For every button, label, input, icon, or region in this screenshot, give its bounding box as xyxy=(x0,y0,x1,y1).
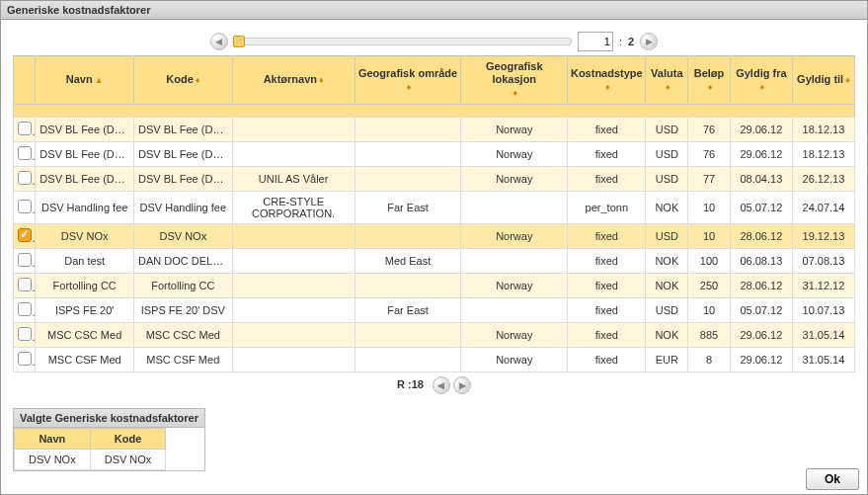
row-checkbox[interactable] xyxy=(18,352,32,366)
cell xyxy=(14,347,36,371)
col-gyldig-fra[interactable]: Gyldig fra♦ xyxy=(730,56,792,105)
cell: 29.06.12 xyxy=(730,347,792,371)
table-row[interactable]: MSC CSF MedMSC CSF MedNorwayfixedEUR829.… xyxy=(14,347,855,371)
cell xyxy=(355,322,461,347)
pager-prev-icon[interactable]: ◀ xyxy=(433,376,450,394)
col-belop[interactable]: Beløp♦ xyxy=(688,56,731,105)
cell: 24.07.14 xyxy=(792,191,854,223)
sort-asc-icon: ▲ xyxy=(93,75,104,85)
row-checkbox[interactable] xyxy=(18,228,32,242)
row-checkbox[interactable] xyxy=(18,278,32,291)
cell: 10.07.13 xyxy=(792,297,854,322)
selected-table: Navn Kode DSV NOxDSV NOx xyxy=(14,428,166,470)
cell: USD xyxy=(646,223,688,248)
table-row[interactable]: Fortolling CCFortolling CCNorwayfixedNOK… xyxy=(14,273,855,297)
cell: 06.08.13 xyxy=(730,248,792,273)
col-navn[interactable]: Navn▲ xyxy=(36,56,134,105)
col-geo-lok[interactable]: Geografisk lokasjon♦ xyxy=(461,56,568,105)
cell: 76 xyxy=(688,117,731,141)
cell xyxy=(355,223,461,248)
row-checkbox[interactable] xyxy=(18,302,32,316)
cell: 29.06.12 xyxy=(730,117,792,141)
cell: 29.06.12 xyxy=(730,141,792,166)
cell: 31.05.14 xyxy=(792,347,854,371)
cell: Norway xyxy=(461,166,568,191)
cell xyxy=(14,117,36,141)
cell: DSV BL Fee (DOC) xyxy=(133,141,232,166)
cell: 18.12.13 xyxy=(792,117,854,141)
cell: 31.05.14 xyxy=(792,322,854,347)
cell: fixed xyxy=(568,297,646,322)
table-row[interactable]: DSV BL Fee (DOC) 2DSV BL Fee (DOC) 2UNIL… xyxy=(14,166,855,191)
sort-icon: ♦ xyxy=(317,75,324,85)
row-checkbox[interactable] xyxy=(18,200,32,213)
pager-top: ◀ : 2 ▶ xyxy=(13,32,855,51)
col-aktor[interactable]: Aktørnavn♦ xyxy=(232,56,355,105)
table-row[interactable]: DSV BL Fee (DOC)DSV BL Fee (DOC)Norwayfi… xyxy=(14,141,855,166)
col-checkbox xyxy=(14,56,36,105)
cell: 28.06.12 xyxy=(730,223,792,248)
cell: DSV BL Fee (DOC)2 xyxy=(133,117,232,141)
row-checkbox[interactable] xyxy=(18,171,32,185)
row-checkbox[interactable] xyxy=(18,146,32,160)
col-valuta[interactable]: Valuta♦ xyxy=(646,56,688,105)
row-checkbox[interactable] xyxy=(18,327,32,341)
cell: 76 xyxy=(688,141,731,166)
cell: 08.04.13 xyxy=(730,166,792,191)
col-kode[interactable]: Kode♦ xyxy=(133,56,232,105)
ok-button[interactable]: Ok xyxy=(806,468,859,490)
page-input[interactable] xyxy=(578,32,613,51)
cell: DSV BL Fee (DOC) 2 xyxy=(36,166,134,191)
row-checkbox[interactable] xyxy=(18,253,32,267)
cell: 07.08.13 xyxy=(792,248,854,273)
table-row[interactable]: MSC CSC MedMSC CSC MedNorwayfixedNOK8852… xyxy=(14,322,855,347)
cell: Far East xyxy=(355,191,461,223)
cell: fixed xyxy=(568,166,646,191)
table-row[interactable]: ISPS FE 20'ISPS FE 20' DSVFar EastfixedU… xyxy=(14,297,855,322)
cell: 28.06.12 xyxy=(730,273,792,297)
selected-col-kode: Kode xyxy=(90,428,166,449)
slider-next-icon[interactable]: ▶ xyxy=(640,33,658,50)
cell: CRE-STYLE CORPORATION. xyxy=(232,191,355,223)
row-checkbox[interactable] xyxy=(18,122,32,135)
sort-icon: ♦ xyxy=(194,75,200,85)
panel-title: Generiske kostnadsfaktorer xyxy=(1,1,867,20)
cell xyxy=(232,322,355,347)
panel-content: ◀ : 2 ▶ Navn▲ Kode♦ Aktørnavn♦ Ge xyxy=(1,20,867,471)
cell: NOK xyxy=(646,248,688,273)
col-geo-omr[interactable]: Geografisk område♦ xyxy=(355,56,461,105)
selected-row[interactable]: DSV NOxDSV NOx xyxy=(15,449,166,469)
cell: Far East xyxy=(355,297,461,322)
table-row[interactable]: DSV BL Fee (DOC)DSV BL Fee (DOC)2Norwayf… xyxy=(14,117,855,141)
sort-icon: ♦ xyxy=(664,82,671,92)
cell: DSV NOx xyxy=(15,449,91,469)
pager-slider-thumb[interactable] xyxy=(233,36,245,47)
cell xyxy=(14,223,36,248)
cell: UNIL AS Våler xyxy=(232,166,355,191)
cell xyxy=(14,297,36,322)
cell: DAN DOC DELETE xyxy=(133,248,232,273)
table-row[interactable]: DSV Handling feeDSV Handling feeCRE-STYL… xyxy=(14,191,855,223)
table-row[interactable]: DSV NOxDSV NOxNorwayfixedUSD1028.06.1219… xyxy=(14,223,855,248)
col-kosttype[interactable]: Kostnadstype♦ xyxy=(568,56,646,105)
cell: DSV Handling fee xyxy=(36,191,134,223)
cell: 18.12.13 xyxy=(792,141,854,166)
cell: fixed xyxy=(568,322,646,347)
col-gyldig-til[interactable]: Gyldig til♦ xyxy=(792,56,854,105)
slider-prev-icon[interactable]: ◀ xyxy=(210,33,228,50)
cell xyxy=(14,322,36,347)
cell: fixed xyxy=(568,141,646,166)
cell: 19.12.13 xyxy=(792,223,854,248)
pager-next-icon[interactable]: ▶ xyxy=(453,376,471,394)
cell: DSV NOx xyxy=(90,449,166,469)
cell: Norway xyxy=(461,347,568,371)
selected-col-navn: Navn xyxy=(15,428,91,449)
cell: Norway xyxy=(461,223,568,248)
table-row[interactable]: Dan testDAN DOC DELETEMed EastfixedNOK10… xyxy=(14,248,855,273)
pager-slider[interactable] xyxy=(234,38,572,45)
cell: 10 xyxy=(688,223,731,248)
sort-icon: ♦ xyxy=(603,82,610,92)
cell: fixed xyxy=(568,347,646,371)
page-total: 2 xyxy=(628,36,634,47)
cell: DSV NOx xyxy=(133,223,232,248)
